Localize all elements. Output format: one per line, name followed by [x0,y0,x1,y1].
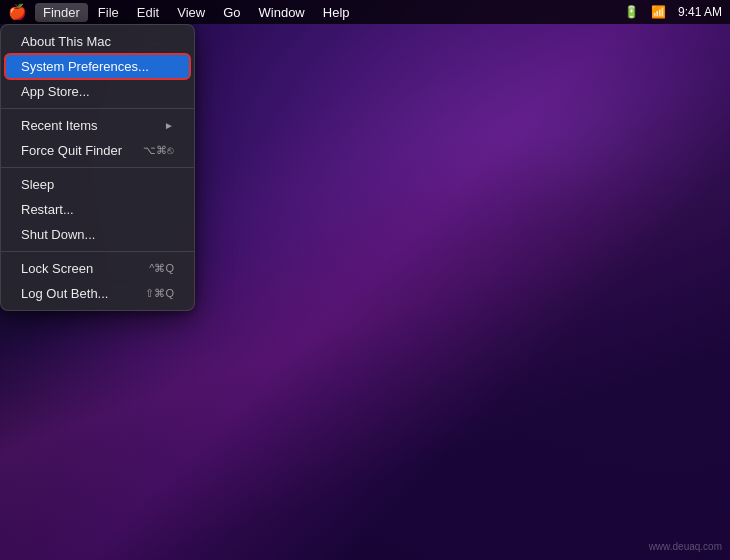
menubar-items: Finder File Edit View Go Window Help [35,3,358,22]
separator-2 [1,167,194,168]
menu-item-lock-screen[interactable]: Lock Screen ^⌘Q [5,256,190,281]
menubar-edit[interactable]: Edit [129,3,167,22]
menu-item-about-label: About This Mac [21,34,111,49]
menu-item-recent-items-label: Recent Items [21,118,98,133]
menu-item-system-preferences[interactable]: System Preferences... [5,54,190,79]
clock: 9:41 AM [678,5,722,19]
battery-icon: 🔋 [624,5,639,19]
separator-1 [1,108,194,109]
menubar-right-items: 🔋 📶 9:41 AM [624,5,722,19]
menu-item-app-store[interactable]: App Store... [5,79,190,104]
menubar-view[interactable]: View [169,3,213,22]
menubar-help[interactable]: Help [315,3,358,22]
log-out-shortcut: ⇧⌘Q [145,287,174,300]
menu-item-lock-screen-label: Lock Screen [21,261,93,276]
menu-item-restart[interactable]: Restart... [5,197,190,222]
menu-item-recent-items[interactable]: Recent Items ► [5,113,190,138]
menu-item-shut-down[interactable]: Shut Down... [5,222,190,247]
watermark: www.deuaq.com [649,541,722,552]
menu-item-force-quit[interactable]: Force Quit Finder ⌥⌘⎋ [5,138,190,163]
menu-item-restart-label: Restart... [21,202,74,217]
menubar-go[interactable]: Go [215,3,248,22]
apple-dropdown-menu: About This Mac System Preferences... App… [0,24,195,311]
force-quit-shortcut: ⌥⌘⎋ [143,144,174,157]
menu-item-system-preferences-label: System Preferences... [21,59,149,74]
menu-item-log-out-label: Log Out Beth... [21,286,108,301]
submenu-arrow-icon: ► [164,120,174,131]
menu-item-log-out[interactable]: Log Out Beth... ⇧⌘Q [5,281,190,306]
menu-item-about[interactable]: About This Mac [5,29,190,54]
separator-3 [1,251,194,252]
menu-item-shut-down-label: Shut Down... [21,227,95,242]
menu-item-force-quit-label: Force Quit Finder [21,143,122,158]
wifi-icon: 📶 [651,5,666,19]
lock-screen-shortcut: ^⌘Q [149,262,174,275]
menubar: 🍎 Finder File Edit View Go Window Help 🔋… [0,0,730,24]
menu-item-sleep[interactable]: Sleep [5,172,190,197]
apple-menu-icon[interactable]: 🍎 [8,3,27,21]
menubar-file[interactable]: File [90,3,127,22]
menu-item-sleep-label: Sleep [21,177,54,192]
menubar-window[interactable]: Window [251,3,313,22]
menubar-finder[interactable]: Finder [35,3,88,22]
menu-item-app-store-label: App Store... [21,84,90,99]
